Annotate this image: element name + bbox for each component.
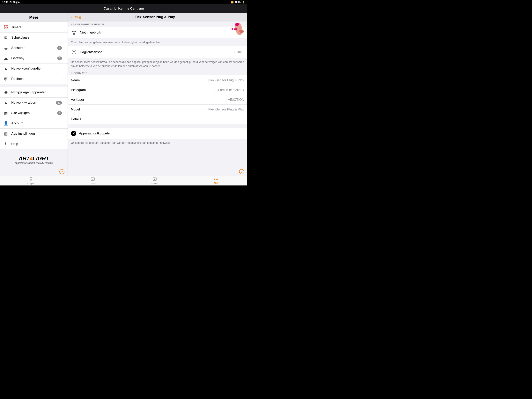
model-label: Model: [71, 108, 98, 111]
sidebar-separator-2: [0, 149, 68, 152]
chevron-icon: ›: [63, 36, 64, 39]
sidebar-item-timers[interactable]: ⏰ Timers ›: [0, 22, 68, 32]
sidebar: Meer ⏰ Timers › ✉ Schakelaars › ◎ Sensor…: [0, 13, 68, 176]
gateway-icon: ☁: [3, 56, 9, 61]
niet-in-gebruik-label: Niet in gebruik: [80, 31, 243, 34]
aanwezigheidssensor-description: Controleert wat er gebeurt wanneer aan- …: [68, 38, 247, 46]
help-icon: ℹ: [3, 141, 9, 147]
chevron-icon: ›: [243, 51, 244, 54]
right-help-button[interactable]: ?: [239, 169, 244, 174]
details-label: Details: [71, 117, 98, 121]
meer-icon: •••: [214, 178, 219, 182]
daglichtsensor-value: 66 lux: [233, 50, 241, 54]
svg-line-6: [75, 53, 76, 54]
naam-row: Naam Flex-Sensor Plug & Play: [68, 75, 247, 85]
scenes-icon: [152, 177, 157, 182]
sidebar-label-gateway: Gateway: [11, 56, 57, 60]
lampen-icon: [29, 177, 33, 182]
daglichtsensor-row[interactable]: Daglichtsensor 66 lux ›: [68, 46, 247, 58]
chevron-icon: ›: [63, 26, 64, 29]
sidebar-label-schakelaars: Schakelaars: [11, 36, 63, 39]
sidebar-label-help: Help: [11, 142, 63, 146]
app-instellingen-icon: ▦: [3, 131, 9, 136]
aanwezigheidssensor-label: AANWEZIGHEIDSSENSOR: [68, 21, 247, 27]
aanwezigheidssensor-card: Niet in gebruik ›: [68, 27, 247, 38]
disconnect-icon: ✕: [71, 131, 76, 136]
chevron-icon: ›: [63, 57, 64, 60]
right-panel-title: Flex-Sensor Plug & Play: [81, 15, 229, 19]
sidebar-item-rechten[interactable]: ⛨ Rechten ›: [0, 74, 68, 84]
status-time: 12:43: [2, 1, 8, 4]
chevron-icon: ›: [63, 67, 64, 70]
sensoren-icon: ◎: [3, 45, 9, 51]
site-wijzigen-icon: ▦: [3, 110, 9, 116]
daglichtsensor-label: Daglichtsensor: [80, 50, 233, 54]
sidebar-item-help[interactable]: ℹ Help ›: [0, 139, 68, 149]
sensoren-badge: 1: [57, 46, 62, 50]
sidebar-item-app-instellingen[interactable]: ▦ App-instellingen ›: [0, 129, 68, 139]
tab-meer[interactable]: ••• Meer: [186, 176, 247, 186]
pictogram-value: Tik om in te stellen ›: [98, 88, 244, 92]
details-chevron: ›: [98, 117, 244, 121]
informatie-card: Naam Flex-Sensor Plug & Play Pictogram T…: [68, 75, 247, 124]
chevron-icon: ›: [63, 132, 64, 135]
chevron-icon: ›: [63, 122, 64, 125]
naam-label: Naam: [71, 78, 98, 82]
app-header: Casambi Kennis Centrum: [0, 4, 247, 13]
sidebar-item-schakelaars[interactable]: ✉ Schakelaars ›: [0, 32, 68, 43]
site-badge: 1: [57, 111, 62, 115]
tab-galerij[interactable]: A Galerij: [62, 176, 124, 186]
tab-scenes[interactable]: Scènes: [124, 176, 186, 186]
sidebar-header: Meer: [0, 13, 68, 22]
sidebar-item-gateway[interactable]: ☁ Gateway 1 ›: [0, 53, 68, 64]
app-title: Casambi Kennis Centrum: [104, 7, 144, 11]
netwerkconfiguratie-icon: ▲: [3, 66, 9, 71]
sidebar-label-timers: Timers: [11, 25, 63, 29]
tab-scenes-label: Scènes: [151, 183, 158, 185]
help-circle-button[interactable]: ?: [59, 169, 64, 174]
niet-in-gebruik-row[interactable]: Niet in gebruik ›: [68, 27, 247, 38]
chevron-icon: ›: [63, 77, 64, 81]
status-bar-left: 12:43 Zo 10 jan.: [2, 1, 20, 4]
sidebar-item-netwerk-wijzigen[interactable]: ▲ Netwerk wijzigen 32 ›: [0, 98, 68, 108]
back-button[interactable]: ‹ Terug: [71, 15, 81, 19]
sidebar-label-app-instellingen: App-instellingen: [11, 132, 63, 135]
tab-lampen[interactable]: Lampen: [0, 176, 62, 186]
svg-marker-14: [154, 179, 156, 180]
disconnect-label: Apparaat ontkoppelen: [79, 131, 243, 135]
right-help-circle[interactable]: ?: [239, 169, 244, 174]
disconnect-row[interactable]: ✕ Apparaat ontkoppelen ›: [68, 128, 247, 139]
tab-meer-label: Meer: [214, 182, 219, 184]
sidebar-item-nabijgelegen[interactable]: ◉ Nabijgelegen apparaten ›: [0, 87, 68, 98]
details-row[interactable]: Details ›: [68, 114, 247, 124]
sidebar-item-sensoren[interactable]: ◎ Sensoren 1 ›: [0, 43, 68, 53]
model-value: Flex-Sensor Plug & Play: [98, 108, 244, 111]
sidebar-label-site-wijzigen: Site wijzigen: [11, 111, 57, 115]
disconnect-description: Ontkoppelt dit apparaat zodat het kan wo…: [68, 139, 247, 147]
status-day: Zo 10 jan.: [10, 1, 20, 4]
chevron-icon: ›: [63, 111, 64, 115]
gateway-badge: 1: [57, 57, 62, 60]
verkoper-label: Verkoper: [71, 98, 98, 102]
wifi-icon: 📶: [231, 1, 234, 4]
spacer: [68, 124, 247, 128]
pictogram-row[interactable]: Pictogram Tik om in te stellen ›: [68, 85, 247, 95]
verkoper-value: AIMOTION: [98, 98, 244, 102]
battery-icon: 🔋: [242, 1, 245, 4]
timer-icon: ⏰: [3, 25, 9, 30]
daglichtsensor-card: Daglichtsensor 66 lux ›: [68, 46, 247, 58]
back-chevron-icon: ‹: [71, 15, 72, 19]
svg-line-5: [72, 51, 73, 51]
sidebar-item-account[interactable]: 👤 Account ›: [0, 118, 68, 129]
logo-number: 4: [30, 155, 33, 161]
pictogram-chevron: ›: [243, 88, 244, 92]
sidebar-logo: ART4LIGHT Importer Casambi Enabled Produ…: [0, 152, 68, 167]
tab-galerij-label: Galerij: [90, 183, 96, 185]
daglichtsensor-icon: [71, 49, 77, 55]
galerij-icon: A: [90, 177, 95, 182]
svg-line-8: [72, 53, 73, 54]
sidebar-item-netwerkconfiguratie[interactable]: ▲ Netwerkconfiguratie ›: [0, 64, 68, 74]
tab-bar: Lampen A Galerij Scènes ••• Meer: [0, 176, 247, 186]
sidebar-item-site-wijzigen[interactable]: ▦ Site wijzigen 1 ›: [0, 108, 68, 118]
status-bar: 12:43 Zo 10 jan. 📶 100% 🔋: [0, 0, 247, 4]
